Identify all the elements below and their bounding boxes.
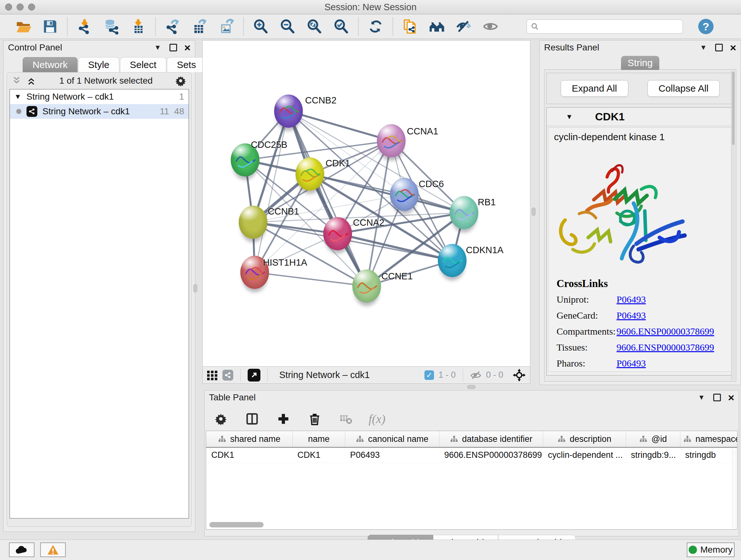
table-cell[interactable]: P06493 <box>345 448 439 462</box>
table-row[interactable]: CDK1CDK1P064939606.ENSP00000378699cyclin… <box>206 448 737 463</box>
minimize-window-button[interactable] <box>17 3 23 10</box>
crosslink-link[interactable]: P06493 <box>616 294 646 305</box>
column-header-database-identifier[interactable]: database identifier <box>439 431 543 447</box>
right-splitter-handle[interactable] <box>532 207 536 216</box>
birds-eye-toggle-icon[interactable] <box>512 368 526 382</box>
horizontal-splitter-handle[interactable] <box>467 385 475 389</box>
node-CCNA1[interactable] <box>377 124 406 158</box>
tab-network[interactable]: Network <box>23 57 77 72</box>
zoom-in-icon[interactable] <box>252 18 269 35</box>
panel-menu-icon[interactable]: ▼ <box>700 44 707 52</box>
search-input[interactable] <box>542 22 679 32</box>
show-all-icon[interactable] <box>482 18 499 35</box>
crosslink-link[interactable]: P06493 <box>616 358 646 369</box>
save-session-icon[interactable] <box>42 18 59 35</box>
network-canvas[interactable]: CCNB2CCNA1CDC25BCDK1CDC6RB1CCNB1CCNA2CDK… <box>203 41 530 366</box>
memory-button[interactable]: Memory <box>687 543 735 557</box>
help-icon[interactable]: ? <box>698 19 714 34</box>
tab-style[interactable]: Style <box>78 57 119 72</box>
string-view-icon[interactable] <box>222 370 233 381</box>
column-header-description[interactable]: description <box>543 431 626 447</box>
column-header--id[interactable]: @id <box>626 431 680 447</box>
close-panel-icon[interactable]: × <box>730 42 736 53</box>
warnings-button[interactable] <box>40 543 66 557</box>
selected-indicator-checkbox[interactable]: ✓ <box>424 370 434 380</box>
node-RB1[interactable] <box>450 196 478 229</box>
network-collection-row[interactable]: ▼ String Network – cdk1 1 <box>10 89 189 104</box>
table-vertical-scrollbar[interactable] <box>732 448 737 530</box>
zoom-fit-content-icon[interactable] <box>306 18 323 35</box>
tab-string[interactable]: String <box>621 56 659 70</box>
table-settings-gear-icon[interactable] <box>212 410 229 428</box>
entry-expander-icon[interactable]: ▼ <box>566 113 573 121</box>
refresh-view-icon[interactable] <box>367 18 384 35</box>
results-scrollbar[interactable] <box>731 71 735 380</box>
zoom-out-icon[interactable] <box>279 18 296 35</box>
float-panel-icon[interactable] <box>713 394 721 401</box>
tab-sets[interactable]: Sets <box>167 57 206 72</box>
network-from-clipboard-icon[interactable] <box>401 18 419 35</box>
column-header-shared-name[interactable]: shared name <box>206 431 292 447</box>
tab-select[interactable]: Select <box>120 57 166 72</box>
first-neighbors-icon[interactable] <box>428 18 446 35</box>
hidden-eye-icon[interactable] <box>470 370 482 380</box>
column-header-namespace[interactable]: namespace <box>680 431 738 447</box>
results-panel: Results Panel ▼ × String Expand All Coll… <box>539 40 741 385</box>
table-cell[interactable]: CDK1 <box>206 448 292 462</box>
table-cell[interactable]: cyclin-dependent ... <box>543 448 626 462</box>
table-cell[interactable]: CDK1 <box>292 448 345 462</box>
node-label-CCNB1: CCNB1 <box>268 206 299 217</box>
table-cell[interactable]: stringdb:9... <box>626 448 680 462</box>
node-CCNB1[interactable] <box>239 206 267 239</box>
column-header-canonical-name[interactable]: canonical name <box>345 431 439 447</box>
node-CDKN1A[interactable] <box>438 244 467 277</box>
table-horizontal-scrollbar[interactable] <box>209 522 264 527</box>
cloud-status-button[interactable] <box>9 543 35 557</box>
collapse-all-button[interactable]: Collapse All <box>648 80 720 97</box>
zoom-selected-icon[interactable] <box>333 18 350 35</box>
expand-all-networks-icon[interactable] <box>27 76 37 85</box>
collapse-all-networks-icon[interactable] <box>12 76 22 85</box>
float-panel-icon[interactable] <box>170 44 177 51</box>
node-CDC6[interactable] <box>390 178 419 211</box>
expand-all-button[interactable]: Expand All <box>561 80 628 97</box>
network-grid-view-icon[interactable] <box>206 369 218 381</box>
add-column-icon[interactable] <box>275 410 292 428</box>
results-panel-title: Results Panel <box>544 43 599 53</box>
export-image-icon[interactable] <box>218 18 235 35</box>
panel-menu-icon[interactable]: ▼ <box>154 44 161 52</box>
function-builder-icon[interactable]: f(x) <box>368 412 386 426</box>
left-splitter-handle[interactable] <box>193 284 197 293</box>
network-options-gear-icon[interactable] <box>175 75 186 86</box>
open-session-icon[interactable] <box>15 18 32 35</box>
table-cell[interactable]: stringdb <box>680 448 738 462</box>
delete-table-icon[interactable] <box>337 410 354 428</box>
node-CDK1[interactable] <box>295 158 324 191</box>
column-header-name[interactable]: name <box>292 431 345 447</box>
import-table-file-icon[interactable] <box>130 18 147 35</box>
network-node-count: 11 <box>160 106 169 117</box>
network-row[interactable]: String Network – cdk1 11 48 <box>10 104 189 119</box>
export-network-icon[interactable] <box>164 18 181 35</box>
node-CCNB2[interactable] <box>274 95 303 128</box>
node-CCNA2[interactable] <box>323 217 352 250</box>
crosslink-link[interactable]: P06493 <box>616 310 646 321</box>
node-CCNE1[interactable] <box>352 269 381 303</box>
delete-column-icon[interactable] <box>306 410 323 428</box>
close-window-button[interactable] <box>5 3 12 10</box>
table-cell[interactable]: 9606.ENSP00000378699 <box>439 448 543 462</box>
maximize-window-button[interactable] <box>28 3 35 10</box>
show-columns-icon[interactable] <box>244 410 261 428</box>
import-network-file-icon[interactable] <box>76 18 93 35</box>
crosslink-link[interactable]: 9606.ENSP00000378699 <box>616 326 714 337</box>
close-panel-icon[interactable]: × <box>728 392 734 403</box>
hide-selection-icon[interactable] <box>455 18 472 35</box>
collection-expander-icon[interactable]: ▼ <box>14 92 21 101</box>
panel-menu-icon[interactable]: ▼ <box>698 393 705 401</box>
close-panel-icon[interactable]: × <box>184 42 191 53</box>
import-network-database-icon[interactable] <box>103 18 120 35</box>
detach-view-icon[interactable] <box>248 369 260 381</box>
export-table-icon[interactable] <box>191 18 208 35</box>
float-panel-icon[interactable] <box>715 44 723 51</box>
crosslink-link[interactable]: 9606.ENSP00000378699 <box>616 342 714 353</box>
